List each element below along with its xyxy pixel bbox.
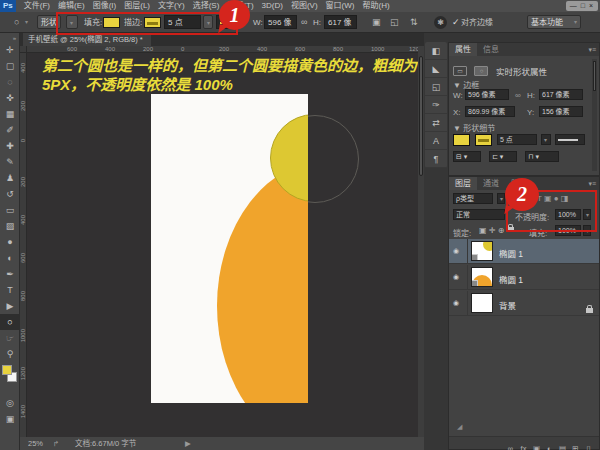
filter-arrow[interactable]: ▾ [497,193,505,204]
stroke-type-props[interactable] [555,134,585,145]
crop-tool[interactable]: ▦ [0,106,20,122]
styles-panel-icon[interactable]: ◣ [425,60,447,78]
visibility-eye-icon[interactable]: ◉ [453,272,465,282]
delete-layer-icon[interactable]: ▯ [582,442,595,450]
w-input[interactable]: 596 像素 [465,89,509,100]
layer-name[interactable]: 背景 [499,299,516,311]
path-operations-icon[interactable]: ▣ [372,15,381,29]
ruler-label: 400 [105,46,115,53]
menu-item[interactable]: 视图(V) [291,0,318,12]
paragraph-panel-icon[interactable]: ¶ [425,150,447,168]
menu-item[interactable]: 图像(I) [93,0,117,12]
foreground-color[interactable] [2,365,12,375]
layer-name[interactable]: 椭圆 1 [499,273,523,285]
eyedropper-tool[interactable]: ✐ [0,122,20,138]
menu-item[interactable]: 3D(D) [262,0,283,12]
artboard[interactable] [151,94,308,403]
filter-type-dropdown[interactable]: ρ类型 [453,193,493,204]
x-input[interactable]: 869.99 像素 [465,106,515,117]
stroke-width-arrow-props[interactable]: ▾ [541,134,551,145]
menu-item[interactable]: 选择(S) [193,0,220,12]
stroke-swatch-props[interactable] [475,134,492,146]
blur-tool[interactable]: ● [0,234,20,250]
layer-thumbnail[interactable] [471,267,493,287]
y-input[interactable]: 156 像素 [539,106,583,117]
quick-mask-icon[interactable]: ◎ [0,398,20,408]
menu-item[interactable]: 帮助(H) [363,0,390,12]
histogram-panel-icon[interactable]: ◧ [425,42,447,60]
layer-row-ellipse2[interactable]: ◉ 椭圆 1 [449,239,599,264]
zoom-level[interactable]: 25% [28,437,43,450]
brush-panel-icon[interactable]: ✑ [425,96,447,114]
zoom-tool[interactable]: ⚲ [0,346,20,362]
menu-item[interactable]: 编辑(E) [58,0,85,12]
marquee-tool[interactable]: ▢ [0,58,20,74]
layer-style-icon[interactable]: fx [517,442,530,450]
layer-thumbnail[interactable] [471,293,493,313]
blend-mode-dropdown[interactable]: 正常 [453,209,505,220]
path-select-tool[interactable]: ▶ [0,298,20,314]
status-flyout-arrow[interactable]: ▶ [185,437,191,450]
menu-item[interactable]: 文字(Y) [158,0,185,12]
toolbar-collapse-icon[interactable]: » [0,33,19,42]
layer-mask-icon[interactable]: ▣ [530,442,543,450]
libraries-panel-icon[interactable]: ◱ [425,78,447,96]
stroke-corner-dropdown[interactable]: ⊓ ▾ [525,151,559,162]
width-value[interactable]: 596 像 [264,15,297,29]
gear-icon[interactable]: ✱ [434,16,447,29]
screen-mode-icon[interactable]: ▣ [0,414,20,424]
quick-select-tool[interactable]: ✜ [0,90,20,106]
tab-info[interactable]: 信息 [477,43,505,56]
pen-tool[interactable]: ✒ [0,266,20,282]
props-scrollbar[interactable] [592,59,597,171]
history-brush-tool[interactable]: ↺ [0,186,20,202]
fill-swatch-props[interactable] [453,134,470,146]
brush-tool[interactable]: ✎ [0,154,20,170]
window-controls[interactable]: — □ × [566,1,598,11]
link-wh-icon[interactable]: ∞ [515,91,521,100]
stroke-width-props[interactable]: 5 点 [497,134,537,145]
menu-item[interactable]: 窗口(W) [326,0,355,12]
link-layers-icon[interactable]: ∞ [504,442,517,450]
color-swatches[interactable] [2,365,18,385]
visibility-eye-icon[interactable]: ◉ [453,298,465,308]
new-layer-icon[interactable]: ⊞ [569,442,582,450]
h-input[interactable]: 617 像素 [539,89,583,100]
eraser-tool[interactable]: ▭ [0,202,20,218]
stroke-cap-dropdown[interactable]: ⊏ ▾ [489,151,517,162]
height-value[interactable]: 617 像 [324,15,357,29]
align-edges-checkbox[interactable]: ✓ [452,15,460,29]
layer-thumbnail[interactable] [471,241,493,261]
link-dimensions-icon[interactable]: ∞ [301,15,307,29]
adjustment-layer-icon[interactable]: ◐ [543,442,556,450]
layer-row-ellipse1[interactable]: ◉ 椭圆 1 [449,265,599,290]
character-panel-icon[interactable]: A [425,132,447,150]
move-tool[interactable]: ✛ [0,42,20,58]
menu-item[interactable]: 文件(F) [24,0,50,12]
layers-menu-icon[interactable]: ▾≡ [588,177,596,190]
path-arrange-icon[interactable]: ⇅ [410,15,418,29]
tab-channels[interactable]: 通道 [477,177,505,190]
gradient-tool[interactable]: ▨ [0,218,20,234]
path-alignment-icon[interactable]: ◱ [390,15,399,29]
visibility-eye-icon[interactable]: ◉ [453,246,465,256]
panel-menu-icon[interactable]: ▾≡ [588,43,596,56]
healing-brush-tool[interactable]: ✚ [0,138,20,154]
tab-layers[interactable]: 图层 [449,177,477,190]
dodge-tool[interactable]: ◐ [0,250,20,266]
tab-properties[interactable]: 属性 [449,43,477,56]
workspace-dropdown[interactable]: 基本功能 [527,15,581,29]
ellipse-tool-icon[interactable]: ○ [14,15,19,29]
canvas-area[interactable]: 第二个圆也是一样的，但第二个圆要描黄色的边，粗细为 5PX，不透明度依然是 10… [27,53,418,437]
ellipse-tool[interactable]: ○ [0,314,20,330]
layer-name[interactable]: 椭圆 1 [499,247,523,259]
type-tool[interactable]: T [0,282,20,298]
layer-row-background[interactable]: ◉ 背景 [449,291,599,316]
new-group-icon[interactable]: ▤ [556,442,569,450]
menu-item[interactable]: 图层(L) [124,0,150,12]
lasso-tool[interactable]: ◌ [0,74,20,90]
hand-tool[interactable]: ☞ [0,330,20,346]
stroke-align-dropdown[interactable]: ⊟ ▾ [453,151,481,162]
clone-stamp-tool[interactable]: ♟ [0,170,20,186]
clone-source-panel-icon[interactable]: ⇄ [425,114,447,132]
